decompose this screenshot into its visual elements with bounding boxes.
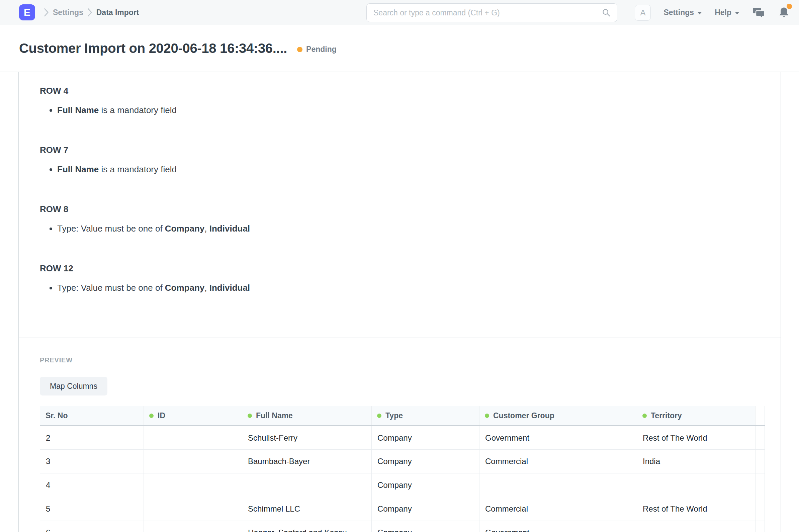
- table-header-row: Sr. NoIDFull NameTypeCustomer GroupTerri…: [40, 406, 765, 426]
- table-cell: Company: [372, 497, 479, 521]
- table-header-cell-customer-group[interactable]: Customer Group: [479, 406, 637, 426]
- import-log-panel: ROW 4Full Name is a mandatory fieldROW 7…: [19, 72, 781, 338]
- table-cell: [144, 426, 242, 450]
- table-header-cell-sr-no[interactable]: Sr. No: [40, 406, 144, 426]
- table-cell: Schulist-Ferry: [242, 426, 372, 450]
- table-cell: 4: [40, 473, 144, 497]
- table-header-cell-type[interactable]: Type: [372, 406, 479, 426]
- table-header-cell-full-name[interactable]: Full Name: [242, 406, 372, 426]
- breadcrumb: SettingsData Import: [40, 8, 139, 17]
- table-cell: 6: [40, 521, 144, 532]
- table-cell: Commercial: [479, 497, 637, 521]
- table-row: 4Company: [40, 473, 765, 497]
- navbar: E SettingsData Import A Settings Help: [0, 0, 799, 25]
- log-row-section: ROW 12Type: Value must be one of Company…: [40, 262, 761, 294]
- table-cell: Commercial: [479, 450, 637, 473]
- table-row: 6Hoeger, Sanford and KozeyCompanyGovernm…: [40, 521, 765, 532]
- table-row: 2Schulist-FerryCompanyGovernmentRest of …: [40, 426, 765, 450]
- log-row-heading: ROW 4: [40, 84, 761, 97]
- log-row-heading: ROW 12: [40, 262, 761, 274]
- chat-icon[interactable]: [752, 7, 765, 19]
- table-body: 2Schulist-FerryCompanyGovernmentRest of …: [40, 426, 765, 532]
- breadcrumb-item-data-import[interactable]: Data Import: [96, 8, 139, 17]
- navbar-settings-label: Settings: [664, 8, 694, 17]
- mapped-column-dot-icon: [248, 414, 252, 418]
- preview-table: Sr. NoIDFull NameTypeCustomer GroupTerri…: [40, 406, 765, 532]
- chevron-down-icon: [697, 12, 702, 14]
- table-row: 5Schimmel LLCCompanyCommercialRest of Th…: [40, 497, 765, 521]
- log-row-heading: ROW 8: [40, 203, 761, 215]
- breadcrumb-item-settings[interactable]: Settings: [53, 8, 83, 17]
- page-head: Customer Import on 2020-06-18 16:34:36..…: [0, 25, 799, 72]
- log-error-item: Type: Value must be one of Company, Indi…: [57, 222, 761, 235]
- table-cell: Company: [372, 473, 479, 497]
- bell-icon[interactable]: [778, 6, 790, 19]
- table-row: 3Baumbach-BayerCompanyCommercialIndia: [40, 450, 765, 473]
- table-cell: Government: [479, 426, 637, 450]
- notification-dot: [787, 4, 792, 9]
- log-row-section: ROW 4Full Name is a mandatory field: [40, 84, 761, 117]
- table-cell: Company: [372, 426, 479, 450]
- navbar-help-menu[interactable]: Help: [715, 8, 739, 17]
- preview-section-label: PREVIEW: [40, 356, 781, 364]
- table-spacer-cell: [756, 497, 765, 521]
- log-row-section: ROW 7Full Name is a mandatory field: [40, 144, 761, 176]
- table-spacer-cell: [756, 473, 765, 497]
- table-cell: Company: [372, 450, 479, 473]
- erpnext-logo[interactable]: E: [19, 4, 35, 20]
- table-spacer-cell: [756, 426, 765, 450]
- table-spacer-cell: [756, 450, 765, 473]
- table-cell: [144, 497, 242, 521]
- avatar[interactable]: A: [635, 5, 651, 21]
- log-error-item: Full Name is a mandatory field: [57, 103, 761, 117]
- table-cell: Schimmel LLC: [242, 497, 372, 521]
- mapped-column-dot-icon: [377, 414, 381, 418]
- table-cell: Company: [372, 521, 479, 532]
- search-input[interactable]: [373, 8, 602, 18]
- table-cell: Rest of The World: [637, 497, 756, 521]
- table-cell: 3: [40, 450, 144, 473]
- breadcrumb-chevron-icon: [87, 8, 92, 17]
- table-header-cell-id[interactable]: ID: [144, 406, 242, 426]
- data-import-form: ROW 4Full Name is a mandatory fieldROW 7…: [18, 72, 781, 532]
- mapped-column-dot-icon: [485, 414, 489, 418]
- table-cell: [144, 473, 242, 497]
- table-cell: [242, 473, 372, 497]
- table-cell: India: [637, 450, 756, 473]
- mapped-column-dot-icon: [149, 414, 154, 418]
- table-cell: [479, 473, 637, 497]
- mapped-column-dot-icon: [642, 414, 647, 418]
- table-cell: Government: [479, 521, 637, 532]
- preview-section: PREVIEW Map Columns Sr. NoIDFull NameTyp…: [19, 338, 781, 532]
- search-icon: [602, 8, 611, 17]
- status-dot: [297, 47, 303, 52]
- table-spacer-cell: [756, 521, 765, 532]
- map-columns-button[interactable]: Map Columns: [40, 377, 108, 396]
- chevron-down-icon: [735, 12, 739, 14]
- table-cell: 5: [40, 497, 144, 521]
- status-badge: Pending: [297, 45, 337, 54]
- table-cell: [144, 450, 242, 473]
- log-error-item: Full Name is a mandatory field: [57, 163, 761, 176]
- breadcrumb-chevron-icon: [44, 8, 49, 17]
- log-row-section: ROW 8Type: Value must be one of Company,…: [40, 203, 761, 235]
- table-header-cell-territory[interactable]: Territory: [637, 406, 756, 426]
- table-cell: [144, 521, 242, 532]
- global-search: [366, 3, 617, 22]
- log-error-item: Type: Value must be one of Company, Indi…: [57, 281, 761, 294]
- table-cell: Baumbach-Bayer: [242, 450, 372, 473]
- table-cell: Rest of The World: [637, 426, 756, 450]
- table-cell: [637, 521, 756, 532]
- navbar-settings-menu[interactable]: Settings: [664, 8, 702, 17]
- log-row-heading: ROW 7: [40, 144, 761, 156]
- page-title: Customer Import on 2020-06-18 16:34:36..…: [19, 41, 287, 56]
- navbar-help-label: Help: [715, 8, 731, 17]
- status-label: Pending: [306, 45, 337, 54]
- table-cell: Hoeger, Sanford and Kozey: [242, 521, 372, 532]
- table-cell: 2: [40, 426, 144, 450]
- table-spacer-cell: [756, 406, 765, 426]
- table-cell: [637, 473, 756, 497]
